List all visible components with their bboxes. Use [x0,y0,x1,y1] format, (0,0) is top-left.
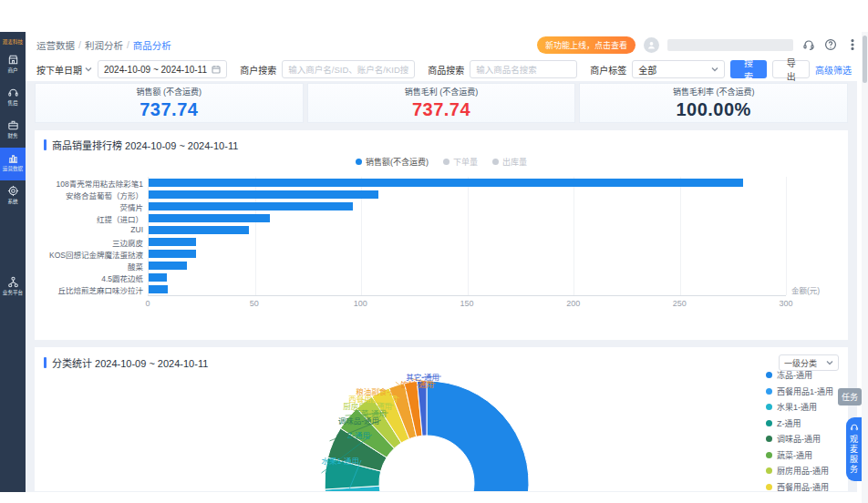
bar-row: 4.5圆花边纸 [149,272,786,283]
bar-value [149,238,196,246]
sidebar-item-3[interactable]: 运营数据 [0,148,26,180]
breadcrumb-item-2[interactable]: 商品分析 [133,38,171,52]
sidebar-item-0[interactable]: 商户 [0,49,26,82]
legend-dot [766,420,772,426]
calendar-icon [212,65,221,74]
sidebar-item-label: 业务平台 [3,289,23,296]
advanced-filter-link[interactable]: 高级筛选 [815,63,852,77]
legend-label: 水果1-通用 [777,401,817,413]
new-feature-badge[interactable]: 新功能上线，点击查看 [537,36,636,54]
kpi-label: 销售额 (不含运费) [137,86,202,98]
kpi-card-0: 销售额 (不含运费)737.74 [35,83,304,123]
gear-icon [7,185,19,197]
breadcrumb-item-0[interactable]: 运营数据 [36,38,75,52]
axis-tick: 200 [566,299,580,308]
chevron-down-icon [711,66,718,73]
axis-tick: 250 [673,299,687,308]
donut-legend-item-5[interactable]: 蔬菜-通用 [766,449,833,461]
sidebar-item-label: 系统 [7,198,17,205]
sidebar: 观麦科技 商户售后财务运营数据系统业务平台 [0,32,26,492]
service-float-button[interactable]: 观麦服务 [846,417,862,481]
scrollbar-thumb[interactable] [863,36,867,83]
storefront-icon [7,54,19,66]
sidebar-item-1[interactable]: 售后 [0,82,26,115]
bar-category-label: 红提（进口） [46,213,143,224]
bar-legend-item-0[interactable]: 销售额(不含运费) [356,156,429,168]
bar-section-title-text: 商品销量排行榜 2024-10-09 ~ 2024-10-11 [52,138,238,152]
title-accent [44,139,46,150]
product-search-label: 商品搜索 [428,63,464,77]
sidebar-item-label: 售后 [7,99,17,107]
bar-chart-icon [7,152,19,164]
service-float-label: 观麦服务 [848,435,860,475]
donut-callout-label: 其它-通用 [406,371,439,382]
breadcrumb-item-1[interactable]: 利润分析 [85,38,123,52]
briefcase-icon [7,119,19,131]
bar-category-label: 荧情片 [46,201,143,212]
bar-plot-area: 108青壳常用粘去除彩笔1安络合益葡萄（方形）荧情片红提（进口）ZUI三边腐皮K… [148,177,786,296]
date-type-select[interactable]: 按下单日期 [36,63,92,77]
axis-tick: 150 [460,299,473,308]
date-range-picker[interactable]: 2024-10-09 ~ 2024-10-11 [98,60,227,78]
main-content: 销售额 (不含运费)737.74销售毛利 (不含运费)737.74销售毛利率 (… [26,81,857,492]
bar-category-label: 108青壳常用粘去除彩笔1 [46,178,143,189]
donut-legend: 冻品-通用西餐用品1-通用水果1-通用Z-通用调味品-通用蔬菜-通用厨房用品-通… [766,369,833,491]
org-icon [7,276,19,288]
donut-legend-item-6[interactable]: 厨房用品-通用 [766,465,833,477]
bar-category-label: 丘比焙煎芝麻口味沙拉汁 [46,284,143,295]
sidebar-item-5[interactable]: 业务平台 [0,272,26,304]
bar-row: 安络合益葡萄（方形） [149,189,786,200]
legend-dot [492,159,499,165]
breadcrumb-separator: / [127,39,129,50]
search-button[interactable]: 搜索 [730,60,768,78]
donut-legend-item-4[interactable]: 调味品-通用 [766,433,833,445]
bar-legend-item-1[interactable]: 下单量 [443,156,478,168]
bar-section-title: 商品销量排行榜 2024-10-09 ~ 2024-10-11 [44,138,238,152]
topbar: 运营数据/利润分析/商品分析 新功能上线，点击查看 [26,32,859,57]
gridline [786,177,787,295]
bar-row: 丘比焙煎芝麻口味沙拉汁 [149,283,786,295]
donut-callout-label: 水果1-通用 [321,455,359,466]
bar-legend-item-2[interactable]: 出库量 [492,156,527,168]
kpi-label: 销售毛利 (不含运费) [405,86,479,98]
bar-row: 108青壳常用粘去除彩笔1 [149,177,786,189]
donut-legend-item-0[interactable]: 冻品-通用 [766,369,833,381]
legend-dot [766,372,772,378]
sidebar-item-2[interactable]: 财务 [0,115,26,148]
bar-row: KOS回想记金牌魔法蛋挞液 [149,248,786,260]
bar-row: 三边腐皮 [149,236,786,248]
date-type-label: 按下单日期 [36,63,82,77]
sidebar-item-4[interactable]: 系统 [0,180,26,213]
axis-tick: 0 [145,299,150,308]
bar-row: ZUI [149,224,786,236]
product-search-input[interactable] [470,60,577,78]
donut-legend-item-7[interactable]: 西餐用品-通用 [766,481,833,492]
donut-legend-item-2[interactable]: 水果1-通用 [766,401,833,413]
breadcrumb: 运营数据/利润分析/商品分析 [36,38,171,52]
sidebar-item-label: 运营数据 [3,165,23,172]
bar-value [149,250,196,258]
bar-chart: 108青壳常用粘去除彩笔1安络合益葡萄（方形）荧情片红提（进口）ZUI三边腐皮K… [46,177,848,296]
legend-label: 调味品-通用 [777,433,821,445]
legend-dot [356,159,362,165]
avatar[interactable] [644,37,659,53]
bar-category-label: 三边腐皮 [46,237,143,248]
merchant-search-input[interactable] [282,60,415,78]
merchant-tag-select[interactable]: 全部 [632,60,724,78]
axis-tick: 300 [779,299,792,308]
donut-legend-item-3[interactable]: Z-通用 [766,417,833,429]
axis-unit-label: 金额(元) [791,284,820,295]
sidebar-nav: 商户售后财务运营数据系统业务平台 [0,49,26,304]
bar-value [149,202,353,210]
legend-label: 出库量 [502,156,527,168]
export-button[interactable]: 导出 [772,60,810,78]
kpi-value: 737.74 [140,99,198,120]
more-icon[interactable] [845,38,859,52]
bar-row: 红提（进口） [149,212,786,224]
bar-chart-legend: 销售额(不含运费)下单量出库量 [35,156,848,168]
task-float-button[interactable]: 任务 [838,388,862,405]
kpi-band: 销售额 (不含运费)737.74销售毛利 (不含运费)737.74销售毛利率 (… [35,83,848,123]
customer-service-icon[interactable] [801,38,815,52]
help-icon[interactable] [823,38,837,52]
donut-legend-item-1[interactable]: 西餐用品1-通用 [766,385,833,397]
